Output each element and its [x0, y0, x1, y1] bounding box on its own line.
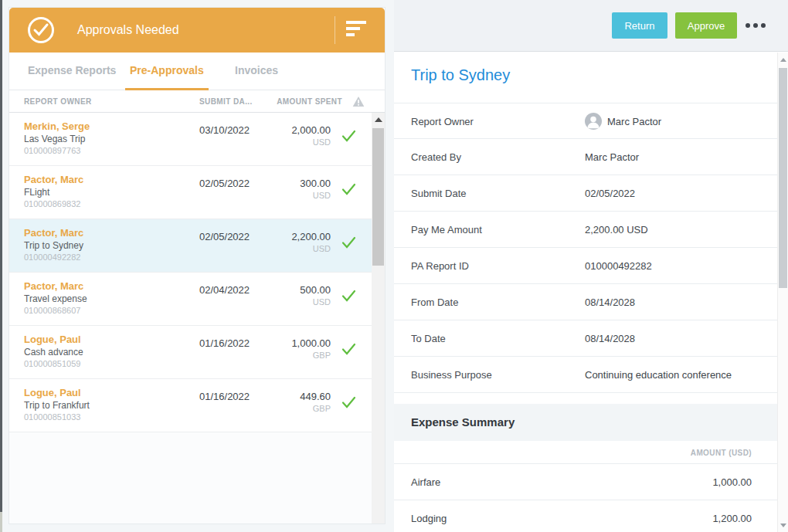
- panel-title: Approvals Needed: [77, 23, 179, 37]
- approvals-header: Approvals Needed: [9, 8, 385, 53]
- field-label: Created By: [411, 151, 461, 163]
- report-fields: Report Owner Marc Pactor Created By Marc…: [394, 103, 777, 393]
- submit-date: 03/10/2022: [199, 124, 250, 136]
- list-item[interactable]: Pactor, Marc Travel expense 010000868607…: [9, 273, 372, 326]
- field-label: Business Purpose: [411, 369, 492, 381]
- field-row: Report Owner Marc Pactor: [394, 103, 777, 139]
- field-row: Submit Date 02/05/2022: [394, 175, 777, 212]
- report-owner-name: Logue, Paul: [24, 387, 81, 398]
- scroll-up-arrow-icon[interactable]: [780, 58, 786, 62]
- amount-spent: 300.00: [300, 178, 331, 189]
- field-label: Submit Date: [411, 188, 467, 199]
- detail-action-bar: Return Approve: [394, 0, 788, 52]
- report-owner-name: Pactor, Marc: [24, 280, 83, 292]
- report-id: 010000897763: [24, 146, 80, 155]
- list-item-selected[interactable]: Pactor, Marc Trip to Sydney 010000492282…: [9, 219, 372, 273]
- alert-triangle-icon[interactable]: [352, 96, 365, 107]
- scrollbar-thumb[interactable]: [372, 128, 384, 266]
- approve-check-icon[interactable]: [341, 130, 356, 142]
- column-report-owner[interactable]: REPORT OWNER: [24, 97, 92, 106]
- avatar-icon: [585, 113, 602, 130]
- field-value: Marc Pactor: [585, 151, 639, 163]
- list-item[interactable]: Merkin, Serge Las Vegas Trip 01000089776…: [9, 113, 372, 166]
- list-item[interactable]: Logue, Paul Trip to Frankfurt 0100008510…: [9, 379, 372, 432]
- field-label: From Date: [411, 296, 458, 308]
- section-title: Expense Summary: [411, 415, 515, 429]
- submit-date: 01/16/2022: [199, 337, 250, 349]
- field-label: Pay Me Amount: [411, 224, 482, 236]
- field-label: To Date: [411, 333, 446, 344]
- report-title: Las Vegas Trip: [24, 134, 85, 144]
- detail-scrollbar[interactable]: [777, 53, 788, 532]
- amount-spent: 449.60: [300, 391, 331, 402]
- currency-code: GBP: [291, 351, 331, 360]
- expense-amount: 1,000.00: [712, 476, 752, 488]
- amount-spent: 2,200.00: [291, 231, 331, 242]
- field-value: 08/14/2028: [585, 296, 635, 308]
- approve-check-icon[interactable]: [341, 236, 356, 249]
- scroll-down-arrow-icon[interactable]: [780, 524, 786, 527]
- column-amount-spent[interactable]: AMOUNT SPENT: [277, 97, 342, 106]
- report-title: Travel expense: [24, 293, 87, 304]
- scrollbar-thumb[interactable]: [779, 68, 787, 288]
- list-item[interactable]: Pactor, Marc FLight 010000869832 02/05/2…: [9, 166, 372, 219]
- field-row: To Date 08/14/2028: [394, 320, 777, 357]
- list-scrollbar[interactable]: [372, 113, 385, 524]
- report-owner-name: Logue, Paul: [24, 334, 81, 345]
- currency-code: GBP: [300, 404, 331, 413]
- expense-type: Lodging: [411, 513, 447, 524]
- tab-bar: Expense Reports Pre-Approvals Invoices: [9, 53, 385, 90]
- report-title-heading: Trip to Sydney: [411, 66, 510, 84]
- approve-check-icon[interactable]: [341, 396, 356, 408]
- amount-spent: 1,000.00: [291, 337, 331, 349]
- field-row: Business Purpose Continuing education co…: [394, 357, 777, 393]
- more-options-icon[interactable]: [746, 20, 772, 31]
- field-value: Continuing education conference: [585, 369, 732, 381]
- tab-expense-reports[interactable]: Expense Reports: [28, 53, 116, 90]
- field-value: 08/14/2028: [585, 333, 635, 344]
- tab-invoices[interactable]: Invoices: [235, 53, 278, 90]
- report-title: FLight: [24, 187, 49, 198]
- app-window: Approvals Needed Expense Reports Pre-App…: [0, 0, 788, 532]
- approvals-list: Merkin, Serge Las Vegas Trip 01000089776…: [9, 113, 372, 524]
- tab-pre-approvals[interactable]: Pre-Approvals: [125, 53, 209, 90]
- currency-code: USD: [291, 244, 331, 253]
- expense-summary-table: AMOUNT (USD) Airfare 1,000.00 Lodging 1,…: [394, 441, 777, 532]
- amount-spent: 2,000.00: [291, 124, 331, 136]
- approve-check-icon[interactable]: [341, 290, 356, 302]
- field-value: 010000492282: [585, 260, 652, 272]
- report-id: 010000851033: [24, 412, 80, 422]
- report-title: Trip to Sydney: [24, 240, 83, 251]
- expense-amount: 1,200.00: [712, 513, 752, 524]
- scroll-up-arrow-icon[interactable]: [375, 117, 382, 122]
- submit-date: 02/05/2022: [199, 178, 250, 189]
- report-id: 010000851059: [24, 359, 80, 368]
- currency-code: USD: [291, 137, 331, 147]
- return-button[interactable]: Return: [612, 12, 667, 39]
- approve-button[interactable]: Approve: [675, 12, 737, 39]
- report-owner-name: Pactor, Marc: [24, 174, 83, 185]
- submit-date: 01/16/2022: [199, 391, 250, 402]
- expense-type: Airfare: [411, 476, 440, 488]
- sort-icon[interactable]: [346, 21, 368, 39]
- field-label: PA Report ID: [411, 260, 469, 272]
- approve-check-icon[interactable]: [341, 343, 356, 355]
- field-label: Report Owner: [411, 116, 474, 127]
- column-submit-date[interactable]: SUBMIT DA...: [199, 97, 253, 106]
- list-item[interactable]: Logue, Paul Cash advance 010000851059 01…: [9, 326, 372, 379]
- window-edge: [0, 0, 2, 512]
- approve-check-icon[interactable]: [341, 183, 356, 195]
- report-owner-name: Merkin, Serge: [24, 120, 90, 132]
- amount-spent: 500.00: [300, 284, 331, 296]
- expense-summary-column-header: AMOUNT (USD): [394, 441, 777, 464]
- window-edge-bottom: [0, 512, 2, 532]
- field-value: Marc Pactor: [585, 113, 661, 130]
- currency-code: USD: [300, 191, 331, 200]
- column-amount-usd: AMOUNT (USD): [691, 449, 752, 457]
- report-title: Cash advance: [24, 347, 83, 357]
- report-detail-panel: Return Approve Trip to Sydney Report Own…: [394, 0, 788, 532]
- check-circle-icon: [28, 17, 54, 43]
- list-column-header: REPORT OWNER SUBMIT DA... AMOUNT SPENT: [9, 90, 385, 113]
- field-row: Created By Marc Pactor: [394, 139, 777, 175]
- field-value: 02/05/2022: [585, 188, 635, 199]
